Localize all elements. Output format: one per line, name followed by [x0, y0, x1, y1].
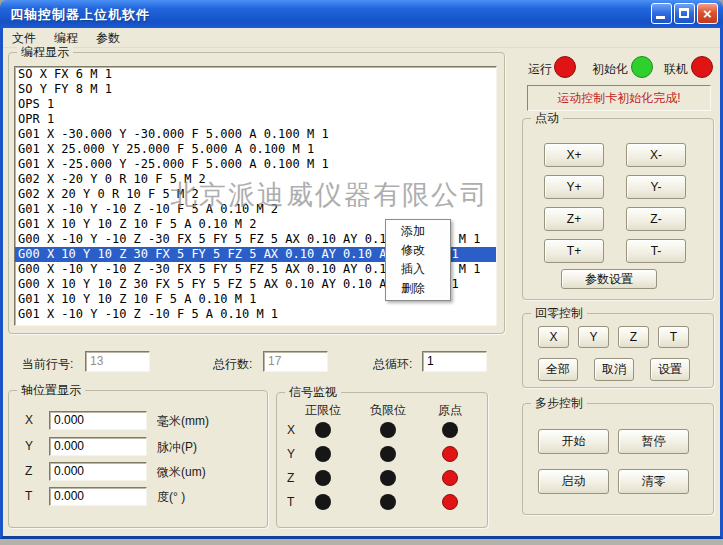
indicator-led-online	[691, 56, 713, 78]
total-cycles-field[interactable]: 1	[422, 351, 487, 372]
jog-button-y-minus[interactable]: Y-	[626, 175, 686, 199]
jog-button-y-minusplus[interactable]: Y+	[544, 175, 604, 199]
signal-led-black	[315, 422, 331, 438]
program-line[interactable]: OPS 1	[15, 97, 496, 112]
jog-button-t-minusplus[interactable]: T+	[544, 239, 604, 263]
close-button[interactable]: ×	[697, 3, 718, 24]
axis-position-row: T0.000度(° )	[9, 487, 267, 507]
context-item-delete[interactable]: 删除	[386, 279, 450, 298]
program-display-group-label: 编程显示	[17, 45, 73, 59]
signal-axis-label: Y	[287, 447, 295, 461]
title-bar: 四轴控制器上位机软件 ×	[0, 0, 723, 28]
indicator-label-run: 运行	[528, 61, 552, 78]
program-line[interactable]: G01 X -10 Y -10 Z -10 F 5 A 0.10 M 2	[15, 202, 496, 217]
homing-axis-button-t[interactable]: T	[658, 326, 689, 348]
jog-button-x-minusplus[interactable]: X+	[544, 143, 604, 167]
signal-led-black	[380, 470, 396, 486]
maximize-button[interactable]	[674, 3, 695, 24]
signal-led-black	[315, 494, 331, 510]
homing-cancel-button[interactable]: 取消	[594, 358, 634, 381]
current-line-label: 当前行号:	[22, 356, 73, 373]
axis-position-row: Y0.000脉冲(P)	[9, 437, 267, 457]
clear-button[interactable]: 清零	[618, 469, 689, 494]
signal-led-black	[380, 446, 396, 462]
signal-led-black	[380, 422, 396, 438]
current-line-field: 13	[85, 351, 150, 372]
axis-value-field: 0.000	[49, 487, 147, 506]
axis-position-group-label: 轴位置显示	[17, 383, 85, 397]
application-window: 四轴控制器上位机软件 × 文件编程参数 编程显示 SO X FX 6 M 1SO…	[0, 0, 723, 545]
jog-group-label: 点动	[531, 111, 563, 125]
signal-led-black	[442, 422, 458, 438]
homing-axis-button-z[interactable]: Z	[618, 326, 649, 348]
pause-button[interactable]: 暂停	[618, 429, 689, 454]
axis-value-field: 0.000	[49, 437, 147, 456]
signal-axis-label: X	[287, 423, 295, 437]
window-title: 四轴控制器上位机软件	[10, 6, 150, 24]
parameter-settings-button[interactable]: 参数设置	[561, 269, 657, 289]
program-line[interactable]: G01 X -30.000 Y -30.000 F 5.000 A 0.100 …	[15, 127, 496, 142]
close-icon: ×	[698, 4, 717, 23]
status-message-box: 运动控制卡初始化完成!	[527, 85, 711, 111]
menu-bar: 文件编程参数	[3, 28, 720, 48]
program-line[interactable]: G01 X -25.000 Y -25.000 F 5.000 A 0.100 …	[15, 157, 496, 172]
axis-position-row: X0.000毫米(mm)	[9, 411, 267, 431]
jog-button-z-minusplus[interactable]: Z+	[544, 207, 604, 231]
homing-group-label: 回零控制	[531, 306, 587, 320]
program-line[interactable]: G02 X 20 Y 0 R 10 F 5 M 2	[15, 187, 496, 202]
homing-group: 回零控制 XYZT全部取消设置	[522, 313, 714, 388]
signal-column-header: 负限位	[370, 402, 406, 419]
minimize-icon	[656, 16, 665, 19]
axis-value-field: 0.000	[49, 462, 147, 481]
signal-monitor-group-label: 信号监视	[285, 385, 341, 399]
total-lines-label: 总行数:	[213, 356, 252, 373]
axis-unit-label: 微米(um)	[157, 464, 206, 481]
jog-group: 点动 参数设置 X+X-Y+Y-Z+Z-T+T-	[522, 118, 714, 300]
total-lines-field: 17	[263, 351, 328, 372]
axis-position-row: Z0.000微米(um)	[9, 462, 267, 482]
homing-axis-button-y[interactable]: Y	[578, 326, 609, 348]
axis-unit-label: 脉冲(P)	[157, 439, 197, 456]
indicator-label-online: 联机	[664, 61, 688, 78]
homing-axis-button-x[interactable]: X	[538, 326, 569, 348]
context-item-modify[interactable]: 修改	[386, 241, 450, 260]
signal-led-red	[442, 446, 458, 462]
axis-letter-label: T	[25, 489, 32, 503]
total-cycles-label: 总循环:	[373, 356, 412, 373]
program-line[interactable]: SO Y FY 8 M 1	[15, 82, 496, 97]
signal-axis-label: T	[287, 495, 294, 509]
minimize-button[interactable]	[651, 3, 672, 24]
signal-column-header: 正限位	[305, 402, 341, 419]
program-line[interactable]: OPR 1	[15, 112, 496, 127]
program-line[interactable]: SO X FX 6 M 1	[15, 67, 496, 82]
launch-button[interactable]: 启动	[538, 469, 609, 494]
axis-value-field: 0.000	[49, 411, 147, 430]
window-bottom-edge	[0, 539, 723, 545]
menu-item-params[interactable]: 参数	[87, 28, 129, 45]
context-item-insert[interactable]: 插入	[386, 260, 450, 279]
program-line[interactable]: G01 X 25.000 Y 25.000 F 5.000 A 0.100 M …	[15, 142, 496, 157]
jog-button-x-minus[interactable]: X-	[626, 143, 686, 167]
signal-led-black	[380, 494, 396, 510]
signal-monitor-group: 信号监视 正限位负限位原点XYZT	[276, 392, 488, 528]
program-line[interactable]: G01 X -10 Y -10 Z -10 F 5 A 0.10 M 1	[15, 307, 496, 322]
signal-led-red	[442, 494, 458, 510]
program-line[interactable]: G02 X -20 Y 0 R 10 F 5 M 2	[15, 172, 496, 187]
signal-led-black	[315, 446, 331, 462]
menu-item-file[interactable]: 文件	[3, 28, 45, 45]
jog-button-z-minus[interactable]: Z-	[626, 207, 686, 231]
homing-all-button[interactable]: 全部	[538, 358, 578, 381]
context-item-add[interactable]: 添加	[386, 222, 450, 241]
menu-item-program[interactable]: 编程	[45, 28, 87, 45]
axis-unit-label: 毫米(mm)	[157, 413, 209, 430]
homing-set-button[interactable]: 设置	[650, 358, 690, 381]
axis-position-group: 轴位置显示 X0.000毫米(mm)Y0.000脉冲(P)Z0.000微米(um…	[8, 390, 268, 528]
indicator-label-init: 初始化	[592, 61, 628, 78]
start-button[interactable]: 开始	[538, 429, 609, 454]
signal-axis-label: Z	[287, 471, 294, 485]
jog-button-t-minus[interactable]: T-	[626, 239, 686, 263]
axis-unit-label: 度(° )	[157, 489, 185, 506]
signal-led-red	[442, 470, 458, 486]
multistep-group-label: 多步控制	[531, 396, 587, 410]
signal-column-header: 原点	[438, 402, 462, 419]
